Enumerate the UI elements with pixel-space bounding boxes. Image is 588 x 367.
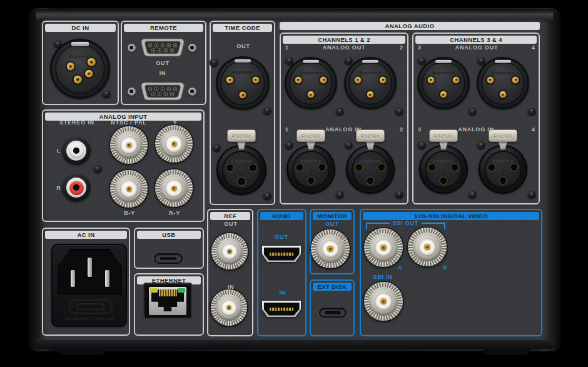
- xlr-brand-label: Amphenol: [417, 71, 470, 75]
- monitor-out-bnc: [311, 229, 350, 268]
- ch2-out-number: 2: [400, 44, 403, 51]
- section-header: AC IN: [45, 231, 127, 239]
- torx-screw-icon: [53, 39, 62, 48]
- torx-screw-icon: [468, 107, 477, 116]
- xlr-brand-label: Amphenol: [346, 159, 395, 163]
- ch1-in-number: 1: [285, 126, 289, 133]
- xlr-pin-number: 3: [369, 171, 371, 175]
- ref-in-label: IN: [228, 284, 235, 290]
- sdi-in-label: SDI IN: [373, 274, 392, 280]
- xlr-face: [289, 61, 333, 106]
- section-title: AC IN: [78, 231, 95, 238]
- torx-screw-icon: [285, 141, 293, 149]
- ac-inlet-iec: USE ONLY WITH A 250V FUSE: [51, 244, 127, 327]
- hdmi-out-label: OUT: [275, 234, 288, 240]
- section-header: 12G-SDI DIGITAL VIDEO: [363, 212, 539, 220]
- push-latch-stem: [438, 141, 449, 149]
- xlr-pin-number: 1: [385, 174, 387, 178]
- hdmi-pins-icon: [270, 253, 293, 256]
- remote-out-db9: [139, 38, 186, 58]
- bnc-center-pin: [171, 141, 177, 147]
- torx-screw-icon: [417, 56, 426, 65]
- push-latch-stem: [305, 141, 317, 149]
- push-latch-stem: [365, 141, 376, 149]
- rca-hole: [73, 184, 79, 191]
- section-title: CHANNELS 3 & 4: [450, 36, 502, 43]
- xlr-pin-icon: [487, 77, 494, 84]
- activity-led-green: [178, 288, 185, 293]
- section-title: ANALOG AUDIO: [385, 23, 435, 29]
- xlr-pin-icon: [440, 91, 447, 98]
- xlr-face: [55, 44, 106, 94]
- torx-screw-icon: [335, 190, 344, 199]
- torx-screw-icon: [344, 56, 353, 65]
- section-header: MONITOR: [313, 212, 352, 220]
- section-header: CHANNELS 1 & 2: [283, 36, 405, 44]
- push-latch: PUSH: [297, 129, 325, 142]
- xlr-pin-number: 1: [257, 174, 259, 178]
- push-latch-stem: [497, 141, 509, 149]
- sdi-in-bnc: [364, 282, 403, 321]
- bnc-center-pin: [424, 244, 430, 249]
- section-title: TIME CODE: [225, 24, 260, 31]
- section-title: HDMI: [272, 213, 291, 219]
- y-bnc: [155, 125, 193, 163]
- r-y-label: R-Y: [169, 210, 180, 216]
- analog-out-4-xlr-male: Amphenol: [477, 57, 529, 109]
- torx-screw-icon: [344, 141, 353, 149]
- xlr-pin-number: 1: [518, 174, 520, 178]
- torx-screw-icon: [210, 58, 218, 67]
- xlr-pin-number: 3: [240, 172, 242, 176]
- db9-connector-icon: [139, 81, 186, 101]
- xlr-pin-number: 3: [442, 171, 444, 175]
- left-channel-label: L: [57, 148, 61, 154]
- ext-disk-usb-c-port: [319, 308, 347, 318]
- xlr-pin-icon: [427, 77, 434, 84]
- bnc-center-pin: [380, 244, 386, 250]
- torx-screw-icon: [527, 190, 536, 199]
- chassis-bottom-edge: [36, 339, 553, 349]
- section-title: MONITOR: [317, 213, 347, 219]
- xlr-pin-icon: [380, 77, 387, 84]
- xlr-pin-number: 3: [502, 171, 504, 175]
- xlr-brand-label: Amphenol: [479, 159, 527, 163]
- hex-post-icon: [188, 44, 196, 52]
- xlr-pin-number: 2: [294, 174, 296, 178]
- xlr-pin-icon: [295, 77, 302, 84]
- b-y-bnc: [110, 170, 148, 208]
- torx-screw-icon: [285, 56, 293, 65]
- hdmi-out-port: [262, 246, 301, 262]
- sdi-out-b-label: B: [443, 264, 447, 271]
- xlr-pin-icon: [512, 77, 519, 84]
- torx-screw-icon: [93, 164, 102, 173]
- xlr-brand-label: Amphenol: [419, 159, 468, 163]
- b-y-label: B-Y: [124, 210, 135, 216]
- bnc-center-pin: [126, 143, 132, 148]
- stereo-in-label: STEREO IN: [59, 119, 94, 126]
- torx-screw-icon: [527, 107, 536, 116]
- torx-screw-icon: [417, 141, 426, 149]
- y-label: Y: [173, 119, 178, 126]
- right-channel-label: R: [56, 185, 61, 191]
- xlr-pin-number: 2: [427, 174, 428, 178]
- rj45-pins-icon: [159, 289, 177, 296]
- section-title: CHANNELS 1 & 2: [318, 36, 370, 43]
- xlr-latch-notch: [303, 60, 318, 63]
- xlr-pin-icon: [500, 91, 507, 98]
- section-title: REF: [224, 213, 236, 219]
- hdmi-logo: HDMI: [260, 212, 303, 220]
- hex-post-icon: [188, 88, 196, 96]
- bnc-center-pin: [380, 298, 386, 304]
- bnc-center-pin: [327, 246, 333, 251]
- xlr-brand-label: Amphenol: [285, 71, 337, 75]
- section-title: EXT DISK: [317, 283, 347, 290]
- torx-screw-icon: [263, 106, 271, 115]
- xlr-latch-notch: [235, 59, 251, 63]
- timecode-in-xlr-female: Amphenol231PUSH: [216, 145, 266, 195]
- torx-screw-icon: [102, 89, 111, 98]
- torx-screw-icon: [395, 107, 403, 116]
- push-latch: PUSH: [429, 129, 458, 142]
- sdi-out-a-bnc: [364, 228, 403, 267]
- analog-in-1-xlr-female: Amphenol231PUSH: [286, 145, 335, 194]
- xlr-pin-icon: [453, 77, 460, 84]
